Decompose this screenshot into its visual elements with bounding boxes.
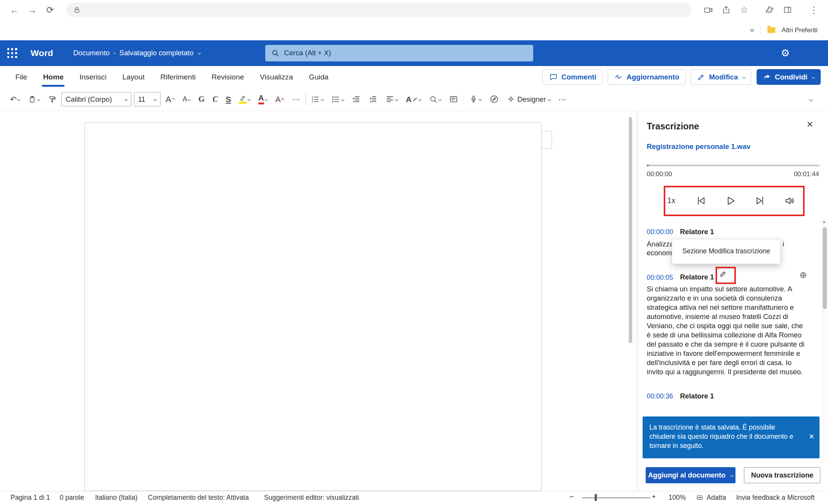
search-input[interactable] — [284, 49, 527, 57]
reload-button[interactable]: ⟳ — [41, 1, 59, 19]
panel-scrollbar[interactable] — [822, 219, 828, 458]
tab-file[interactable]: File — [7, 66, 35, 88]
undo-button[interactable]: ↶ — [7, 91, 23, 107]
font-name-select[interactable]: Calibri (Corpo) — [61, 92, 131, 106]
tab-visualizza[interactable]: Visualizza — [252, 66, 301, 88]
grow-font-button[interactable]: A — [163, 91, 177, 107]
browser-menu-icon[interactable]: ⋮ — [805, 1, 823, 19]
other-favorites-label[interactable]: Altri Preferiti — [782, 26, 818, 34]
notification-close-icon[interactable]: × — [809, 432, 814, 441]
close-pane-icon[interactable]: × — [807, 118, 813, 131]
tab-layout[interactable]: Layout — [114, 66, 152, 88]
back-button[interactable]: ← — [5, 1, 23, 19]
italic-button[interactable]: C — [210, 91, 221, 107]
bold-button[interactable]: G — [196, 91, 207, 107]
underline-button[interactable]: S — [223, 91, 234, 107]
shrink-font-button[interactable]: A — [180, 91, 193, 107]
tab-guida[interactable]: Guida — [301, 66, 337, 88]
page-count[interactable]: Pagina 1 di 1 — [11, 494, 50, 502]
side-panel-icon[interactable] — [778, 1, 797, 19]
app-launcher-icon[interactable] — [0, 40, 24, 66]
bookmark-star-icon[interactable]: ☆ — [735, 1, 753, 19]
editor-suggestions-status[interactable]: Suggerimenti editor: visualizzati — [264, 494, 359, 502]
decrease-indent-button[interactable] — [349, 91, 363, 107]
time-current: 00:00:00 — [647, 170, 672, 178]
bullet-list-button[interactable] — [309, 91, 326, 107]
font-size-select[interactable]: 11 — [134, 92, 160, 106]
updates-button[interactable]: Aggiornamento — [608, 69, 685, 85]
feedback-link[interactable]: Invia feedback a Microsoft — [736, 494, 815, 502]
zoom-in-button[interactable]: + — [652, 492, 656, 501]
extensions-icon[interactable] — [760, 1, 778, 19]
clear-x-icon: × — [281, 96, 284, 102]
zoom-slider-track[interactable] — [582, 497, 651, 498]
font-color-button[interactable]: A — [256, 91, 270, 107]
forward-button[interactable]: → — [23, 1, 41, 19]
designer-button[interactable]: Designer — [504, 91, 553, 107]
zoom-level[interactable]: 100% — [669, 494, 686, 502]
paste-button[interactable] — [25, 91, 43, 107]
play-button[interactable] — [724, 194, 737, 208]
edit-transcript-pencil-icon[interactable]: ✎ — [719, 270, 726, 280]
volume-button[interactable] — [783, 194, 797, 208]
document-page[interactable] — [84, 122, 542, 491]
align-button[interactable] — [383, 91, 400, 107]
editing-mode-button[interactable]: Modifica — [691, 69, 751, 85]
highlight-color-button[interactable] — [236, 91, 253, 107]
chevron-down-icon — [395, 97, 398, 101]
format-painter-button[interactable] — [45, 91, 59, 107]
camera-icon[interactable] — [699, 1, 717, 19]
bookmarks-overflow-chevrons[interactable]: » — [750, 26, 754, 34]
skip-back-button[interactable] — [694, 194, 708, 208]
scrollbar-up-arrow[interactable] — [823, 221, 826, 223]
tab-inserisci[interactable]: Inserisci — [71, 66, 114, 88]
comments-button[interactable]: Commenti — [542, 69, 602, 85]
pencil-icon — [697, 73, 705, 81]
find-button[interactable] — [426, 91, 444, 107]
document-title[interactable]: Documento - Salvataggio completato — [73, 49, 201, 57]
recording-file-link[interactable]: Registrazione personale 1.wav — [647, 142, 750, 151]
activity-pulse-icon — [614, 73, 623, 81]
new-transcription-button[interactable]: Nuova trascrizione — [744, 467, 820, 483]
language-selector[interactable]: Italiano (Italia) — [95, 494, 138, 502]
zoom-out-button[interactable]: − — [569, 492, 574, 501]
immersive-reader-button[interactable] — [446, 91, 461, 107]
document-scrollbar[interactable] — [629, 117, 632, 343]
collapse-ribbon-icon[interactable] — [805, 91, 816, 107]
pane-title: Trascrizione — [647, 121, 699, 132]
share-document-button[interactable]: Condividi — [757, 69, 821, 85]
add-section-to-document-icon[interactable]: ⊕ — [799, 269, 807, 280]
chevron-down-icon — [730, 474, 734, 477]
editor-button[interactable] — [487, 91, 502, 107]
entry-speaker: Relatore 1 — [680, 392, 714, 400]
settings-gear-icon[interactable]: ⚙ — [776, 40, 794, 66]
styles-button[interactable]: A — [403, 91, 424, 107]
playback-speed-button[interactable]: 1x — [664, 194, 678, 208]
dictate-button[interactable] — [466, 91, 484, 107]
tab-home[interactable]: Home — [35, 66, 72, 88]
tab-riferimenti[interactable]: Riferimenti — [152, 66, 203, 88]
audio-progress-bar[interactable] — [647, 165, 820, 166]
entry-speaker: Relatore 1 — [680, 273, 714, 281]
word-count[interactable]: 0 parole — [59, 494, 84, 502]
chevron-down-icon — [479, 97, 482, 101]
skip-forward-button[interactable] — [753, 194, 767, 208]
notification-text: La trascrizione è stata salvata. È possi… — [650, 423, 793, 449]
more-commands-button[interactable]: ⋯ — [556, 91, 569, 107]
share-icon[interactable] — [717, 1, 735, 19]
numbered-list-button[interactable] — [329, 91, 347, 107]
scrollbar-thumb[interactable] — [823, 227, 827, 309]
zoom-slider-thumb[interactable] — [595, 494, 597, 501]
increase-indent-button[interactable] — [366, 91, 380, 107]
tab-revisione[interactable]: Revisione — [203, 66, 252, 88]
search-box[interactable] — [265, 45, 534, 61]
fit-width-icon[interactable] — [696, 494, 703, 501]
more-font-options-button[interactable]: ⋯ — [289, 91, 302, 107]
fit-label[interactable]: Adatta — [707, 494, 726, 502]
address-bar[interactable] — [66, 3, 692, 18]
search-icon — [271, 49, 279, 57]
clear-formatting-button[interactable]: A× — [273, 91, 287, 107]
add-to-document-button[interactable]: Aggiungi al documento — [646, 467, 735, 483]
entry-text-fragment: econom — [647, 249, 672, 257]
text-completion-status[interactable]: Completamento del testo: Attivata — [148, 494, 249, 502]
